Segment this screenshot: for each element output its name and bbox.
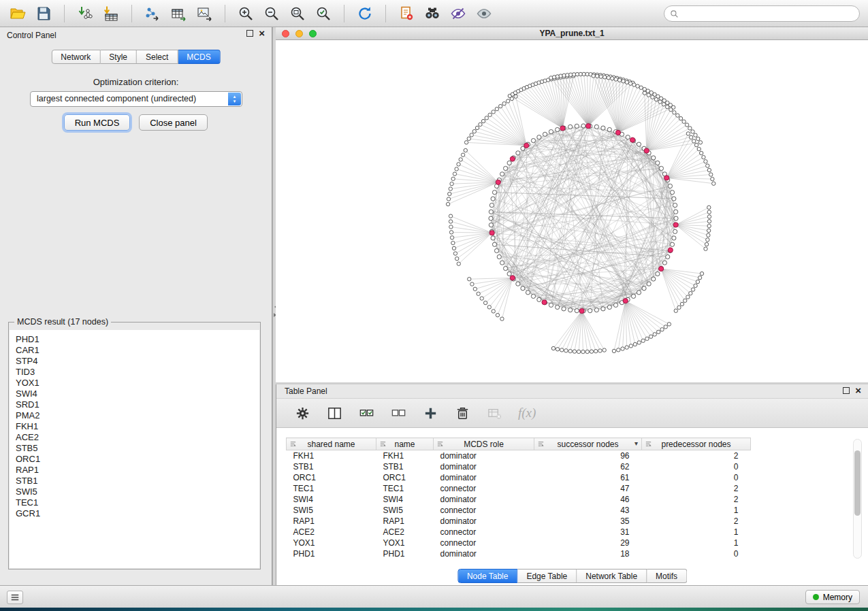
cell-mcds-role: dominator	[434, 450, 534, 462]
result-node-item[interactable]: PHD1	[16, 334, 259, 345]
tab-network[interactable]: Network	[51, 50, 100, 64]
find-button[interactable]	[421, 3, 443, 24]
result-node-item[interactable]: STP4	[16, 356, 259, 367]
zoom-fit-button[interactable]	[287, 3, 308, 24]
table-export-icon	[170, 5, 187, 22]
table-row[interactable]: RAP1RAP1dominator352	[287, 516, 751, 527]
tab-mcds[interactable]: MCDS	[178, 50, 220, 64]
cell-mcds-role: dominator	[434, 461, 534, 472]
table-row[interactable]: STB1STB1dominator620	[287, 461, 751, 472]
tab-style[interactable]: Style	[100, 50, 137, 64]
network-window-titlebar[interactable]: YPA_prune.txt_1	[276, 27, 868, 40]
table-row[interactable]: FKH1FKH1dominator962	[287, 450, 751, 462]
column-header-shared-name[interactable]: shared name	[287, 438, 376, 450]
column-label: name	[394, 440, 415, 449]
run-mcds-button[interactable]: Run MCDS	[64, 114, 130, 131]
show-columns-button[interactable]	[323, 402, 345, 424]
result-node-item[interactable]: STB5	[16, 443, 259, 454]
add-column-button[interactable]	[419, 402, 441, 424]
chevron-down-icon[interactable]: ▾	[634, 440, 638, 447]
table-row[interactable]: PHD1PHD1dominator180	[287, 548, 751, 559]
result-node-item[interactable]: PMA2	[16, 410, 259, 421]
column-header-name[interactable]: name	[376, 438, 434, 450]
table-row[interactable]: SWI5SWI5connector431	[287, 505, 751, 516]
table-row[interactable]: YOX1YOX1connector291	[287, 538, 751, 548]
table-row[interactable]: TEC1TEC1connector472	[287, 483, 751, 494]
close-panel-icon[interactable]: ×	[855, 387, 861, 394]
select-stepper-icon: ▲▼	[228, 93, 241, 105]
sort-icon	[645, 440, 652, 450]
result-node-item[interactable]: SWI5	[16, 486, 259, 497]
open-session-button[interactable]	[7, 3, 29, 24]
zoom-out-icon	[263, 5, 280, 22]
column-label: successor nodes	[557, 440, 618, 449]
zoom-out-button[interactable]	[261, 3, 283, 24]
sort-icon	[436, 440, 444, 450]
result-node-item[interactable]: RAP1	[16, 465, 259, 476]
result-node-item[interactable]: SWI4	[16, 389, 259, 399]
scrollbar-thumb[interactable]	[854, 450, 861, 516]
cell-predecessor-nodes: 0	[642, 548, 751, 559]
cell-shared-name: TEC1	[287, 483, 376, 494]
table-scrollbar[interactable]	[853, 439, 862, 559]
table-row[interactable]: ACE2ACE2connector311	[287, 527, 751, 538]
result-node-item[interactable]: CAR1	[16, 345, 259, 356]
cell-predecessor-nodes: 1	[642, 527, 751, 538]
import-network-button[interactable]	[74, 3, 96, 24]
criterion-select[interactable]: largest connected component (undirected)…	[30, 91, 242, 107]
memory-button[interactable]: Memory	[805, 590, 860, 604]
hide-panels-button[interactable]	[447, 3, 469, 24]
mcds-result-title: MCDS result (17 nodes)	[14, 317, 111, 327]
table-row[interactable]: ORC1ORC1dominator610	[287, 472, 751, 483]
result-node-item[interactable]: SRD1	[16, 399, 259, 410]
cell-successor-nodes: 62	[534, 461, 642, 472]
close-panel-button[interactable]: Close panel	[139, 114, 208, 131]
cell-shared-name: FKH1	[287, 450, 376, 462]
refresh-icon	[357, 5, 373, 22]
tab-motifs[interactable]: Motifs	[647, 569, 687, 583]
result-node-item[interactable]: TID3	[16, 367, 259, 378]
result-node-item[interactable]: TEC1	[16, 497, 259, 508]
column-header-MCDS-role[interactable]: MCDS role	[434, 438, 534, 450]
cell-shared-name: PHD1	[287, 548, 376, 559]
float-panel-icon[interactable]	[246, 30, 253, 37]
result-node-item[interactable]: STB1	[16, 476, 259, 486]
table-settings-button[interactable]	[291, 402, 313, 424]
refresh-view-button[interactable]	[354, 3, 376, 24]
tab-select[interactable]: Select	[137, 50, 178, 64]
export-table-button[interactable]	[167, 3, 189, 24]
result-node-item[interactable]: YOX1	[16, 378, 259, 389]
result-node-item[interactable]: GCR1	[16, 508, 259, 519]
zoom-in-button[interactable]	[235, 3, 257, 24]
table-tabs: Node TableEdge TableNetwork TableMotifs	[457, 569, 687, 583]
node-table: shared namenameMCDS rolesuccessor nodes▾…	[286, 437, 751, 559]
column-header-predecessor-nodes[interactable]: predecessor nodes	[642, 438, 751, 450]
panel-menu-button[interactable]	[7, 591, 23, 604]
clone-network-button[interactable]	[396, 3, 417, 24]
result-node-item[interactable]: ACE2	[16, 432, 259, 443]
import-table-button[interactable]	[100, 3, 122, 24]
cell-name: STB1	[376, 461, 434, 472]
save-session-button[interactable]	[33, 3, 54, 24]
search-input[interactable]	[682, 9, 859, 18]
deselect-all-button[interactable]	[387, 402, 409, 424]
tab-node-table[interactable]: Node Table	[457, 569, 518, 583]
result-node-item[interactable]: FKH1	[16, 421, 259, 432]
float-panel-icon[interactable]	[843, 387, 850, 394]
tab-edge-table[interactable]: Edge Table	[517, 569, 577, 583]
table-row[interactable]: SWI4SWI4dominator462	[287, 494, 751, 505]
zoom-selected-button[interactable]	[312, 3, 334, 24]
tab-network-table[interactable]: Network Table	[577, 569, 647, 583]
export-image-button[interactable]	[193, 3, 215, 24]
result-node-item[interactable]: ORC1	[16, 454, 259, 465]
select-all-button[interactable]	[355, 402, 377, 424]
column-header-successor-nodes[interactable]: successor nodes▾	[534, 438, 642, 450]
document-share-icon	[398, 5, 415, 22]
export-network-button[interactable]	[142, 3, 163, 24]
delete-column-button[interactable]	[451, 402, 473, 424]
toolbar-separator	[131, 5, 132, 22]
cell-successor-nodes: 61	[534, 472, 642, 483]
network-canvas[interactable]	[276, 40, 868, 382]
show-panel-button[interactable]	[473, 3, 495, 24]
close-panel-icon[interactable]: ×	[259, 30, 265, 37]
